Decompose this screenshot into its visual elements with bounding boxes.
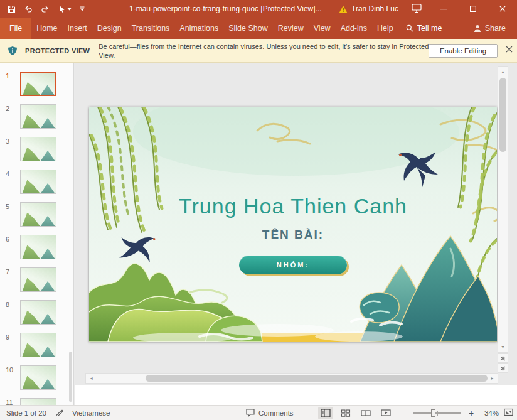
tab-slide-show[interactable]: Slide Show [223,18,273,39]
slide-number: 1 [6,72,9,80]
slide-canvas[interactable]: Trung Hoa Thien Canh TÊN BÀI: NHÓM: [89,107,497,342]
zoom-slider-tick [437,411,438,416]
slide-thumbnail-image [20,170,56,194]
slide-number: 11 [6,399,13,405]
slide-thumbnail-10[interactable]: 10 [0,365,74,393]
comment-icon [246,409,255,417]
minimize-button[interactable] [429,0,458,18]
thumbnail-panel-scrollbar[interactable] [69,352,72,402]
warning-icon [339,5,348,13]
user-name: Tran Dinh Luc [351,4,398,13]
slide-show-view-button[interactable] [378,407,393,419]
zoom-in-button[interactable]: + [466,408,476,418]
scroll-left-icon[interactable]: ◄ [87,374,96,383]
slide-thumbnail-image [20,104,56,129]
enable-editing-button[interactable]: Enable Editing [429,44,498,58]
redo-icon[interactable] [41,5,50,13]
slide-title-text[interactable]: Trung Hoa Thien Canh [89,194,497,218]
maximize-button[interactable] [458,0,488,18]
search-icon [406,24,413,32]
tab-insert[interactable]: Insert [63,18,92,39]
slide-thumbnail-11[interactable]: 11 [0,398,74,405]
window-controls [429,0,517,18]
tab-view[interactable]: View [309,18,336,39]
document-title: 1-mau-powerpoint-co-trang-trung-quoc [Pr… [129,0,322,18]
horizontal-scrollbar[interactable]: ◄ ► [85,373,498,384]
share-label: Share [485,24,506,33]
close-button[interactable] [488,0,517,18]
slide-thumbnail-5[interactable]: 5 [0,202,74,230]
share-button[interactable]: Share [474,18,506,39]
quick-access-toolbar [8,0,85,18]
text-caret [93,390,93,398]
slide-thumbnail-image [20,235,56,259]
notes-pane[interactable] [75,385,517,405]
reading-view-button[interactable] [358,407,373,419]
vertical-scrollbar[interactable]: ▲ ▼ [498,66,508,353]
slide-thumbnail-4[interactable]: 4 [0,170,74,197]
slide-artwork [89,107,497,342]
title-bar: 1-mau-powerpoint-co-trang-trung-quoc [Pr… [0,0,517,18]
slide-thumbnail-panel: 1 2 3 4 5 6 7 8 9 10 11 [0,63,74,405]
slide-thumbnail-9[interactable]: 9 [0,333,74,360]
ribbon-tab-bar: File Home Insert Design Transitions Anim… [0,18,517,39]
slide-group-button[interactable]: NHÓM: [239,256,347,274]
undo-icon[interactable] [24,5,33,13]
customize-qat-icon[interactable] [80,6,85,12]
proofing-pen-icon[interactable] [55,408,63,417]
fit-slide-to-window-button[interactable] [504,408,513,417]
tab-help[interactable]: Help [372,18,398,39]
tell-me-search[interactable]: Tell me [406,18,442,39]
touch-mode-icon[interactable] [58,5,72,13]
save-icon[interactable] [8,5,16,13]
tab-file[interactable]: File [0,18,31,39]
zoom-slider[interactable] [413,412,461,414]
zoom-out-button[interactable]: – [398,408,408,418]
tab-animations[interactable]: Animations [174,18,223,39]
normal-view-button[interactable] [318,407,333,419]
horizontal-scrollbar-thumb[interactable] [146,375,488,382]
slide-thumbnail-3[interactable]: 3 [0,137,74,164]
slide-thumbnail-image [20,72,56,96]
next-slide-button[interactable] [498,363,508,373]
slide-thumbnail-6[interactable]: 6 [0,235,74,262]
previous-slide-button[interactable] [498,353,508,363]
slide-thumbnail-8[interactable]: 8 [0,300,74,328]
protected-view-message: Be careful—files from the Internet can c… [99,42,434,60]
tab-home[interactable]: Home [31,18,62,39]
protected-view-banner: PROTECTED VIEW Be careful—files from the… [0,39,517,63]
slide-thumbnail-image [20,267,56,292]
slide-thumbnail-image [20,333,56,357]
shield-info-icon [0,46,25,56]
scroll-down-icon[interactable]: ▼ [498,342,508,352]
slide-number: 8 [6,301,9,308]
slide-number: 7 [6,268,9,276]
account-badge[interactable]: Tran Dinh Luc [339,0,398,18]
slide-thumbnail-1[interactable]: 1 [0,72,74,99]
vertical-scrollbar-thumb[interactable] [499,78,506,152]
slide-number: 6 [6,235,9,243]
scroll-up-icon[interactable]: ▲ [498,67,508,77]
slide-count-label[interactable]: Slide 1 of 20 [6,409,46,417]
slide-thumbnail-image [20,300,56,325]
slide-sorter-view-button[interactable] [338,407,353,419]
tab-transitions[interactable]: Transitions [127,18,175,39]
slide-editor-area: Trung Hoa Thien Canh TÊN BÀI: NHÓM: ▲ ▼ … [75,63,517,405]
scroll-right-icon[interactable]: ► [488,374,497,383]
banner-close-icon[interactable] [506,46,513,53]
status-bar: Slide 1 of 20 Vietnamese Comments – [0,405,517,420]
tab-design[interactable]: Design [92,18,127,39]
zoom-slider-thumb[interactable] [431,409,435,417]
display-settings-icon[interactable] [412,4,422,16]
tab-review[interactable]: Review [273,18,309,39]
slide-thumbnail-image [20,202,56,227]
comments-button[interactable]: Comments [246,406,294,420]
slide-thumbnail-2[interactable]: 2 [0,104,74,132]
language-label[interactable]: Vietnamese [72,409,110,417]
slide-subtitle-text[interactable]: TÊN BÀI: [89,228,497,242]
zoom-level-label[interactable]: 34% [481,409,499,417]
dropdown-caret [67,8,72,11]
slide-number: 4 [6,170,9,178]
slide-thumbnail-7[interactable]: 7 [0,267,74,295]
tab-add-ins[interactable]: Add-ins [336,18,372,39]
